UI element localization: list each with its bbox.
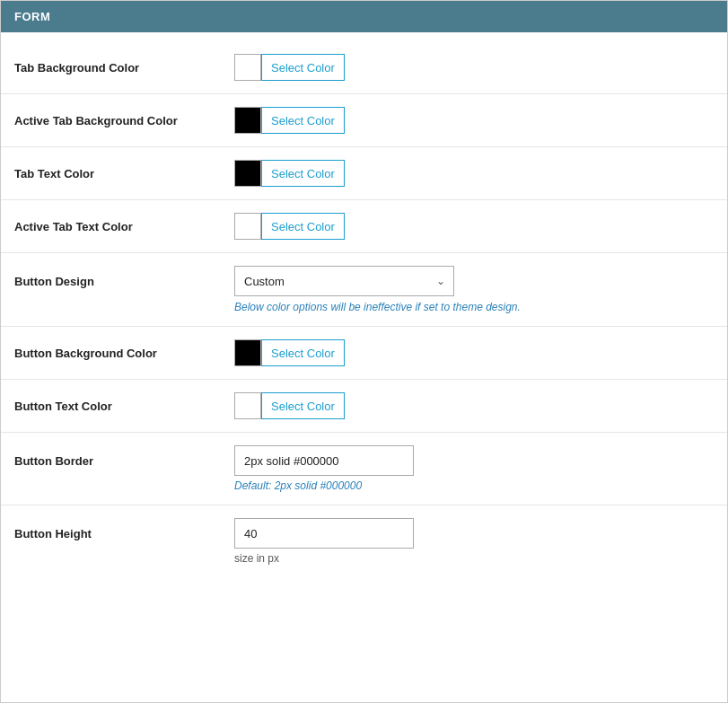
button-border-input[interactable] [234, 445, 414, 476]
tab-text-color-label: Tab Text Color [14, 167, 234, 180]
active-tab-text-color-label: Active Tab Text Color [14, 220, 234, 233]
tab-text-color-swatch[interactable] [234, 160, 261, 187]
form-title: FORM [14, 10, 50, 23]
button-height-input[interactable] [234, 518, 414, 549]
button-text-color-button[interactable]: Select Color [261, 392, 345, 419]
button-height-control [234, 518, 414, 549]
button-bg-color-label: Button Background Color [14, 347, 234, 360]
button-border-control [234, 445, 414, 476]
button-border-label: Button Border [14, 454, 234, 468]
button-height-row: Button Height size in px [1, 505, 727, 577]
button-text-color-row: Button Text Color Select Color [1, 380, 727, 432]
form-container: FORM Tab Background Color Select Color A… [0, 0, 728, 703]
button-border-hint: Default: 2px solid #000000 [234, 479, 714, 492]
active-tab-bg-color-row: Active Tab Background Color Select Color [1, 94, 727, 146]
form-body: Tab Background Color Select Color Active… [1, 32, 727, 586]
tab-text-color-row: Tab Text Color Select Color [1, 147, 727, 199]
button-design-label: Button Design [14, 275, 234, 288]
button-text-color-label: Button Text Color [14, 400, 234, 413]
button-bg-color-button[interactable]: Select Color [261, 339, 345, 366]
button-design-control: Custom Theme Design ⌄ [234, 266, 454, 296]
button-height-label: Button Height [14, 527, 234, 540]
button-bg-color-swatch[interactable] [234, 339, 261, 366]
tab-bg-color-row: Tab Background Color Select Color [1, 41, 727, 93]
active-tab-bg-color-label: Active Tab Background Color [14, 114, 234, 127]
active-tab-bg-color-control: Select Color [234, 107, 345, 134]
button-design-hint: Below color options will be ineffective … [234, 301, 714, 313]
button-design-select[interactable]: Custom Theme Design [234, 266, 454, 296]
tab-text-color-control: Select Color [234, 160, 345, 187]
button-text-color-control: Select Color [234, 392, 345, 419]
button-bg-color-row: Button Background Color Select Color [1, 327, 727, 379]
tab-text-color-button[interactable]: Select Color [261, 160, 345, 187]
button-border-row: Button Border Default: 2px solid #000000 [1, 433, 727, 505]
active-tab-bg-color-swatch[interactable] [234, 107, 261, 134]
active-tab-text-color-swatch[interactable] [234, 213, 261, 240]
tab-bg-color-control: Select Color [234, 54, 345, 81]
tab-bg-color-label: Tab Background Color [14, 61, 234, 75]
tab-bg-color-button[interactable]: Select Color [261, 54, 345, 81]
tab-bg-color-swatch[interactable] [234, 54, 261, 81]
button-height-hint: size in px [234, 552, 714, 565]
active-tab-text-color-row: Active Tab Text Color Select Color [1, 200, 727, 252]
button-design-row: Button Design Custom Theme Design ⌄ Belo… [1, 253, 727, 326]
active-tab-text-color-control: Select Color [234, 213, 345, 240]
active-tab-text-color-button[interactable]: Select Color [261, 213, 345, 240]
button-text-color-swatch[interactable] [234, 392, 261, 419]
form-header: FORM [1, 1, 727, 32]
active-tab-bg-color-button[interactable]: Select Color [261, 107, 345, 134]
button-bg-color-control: Select Color [234, 339, 345, 366]
